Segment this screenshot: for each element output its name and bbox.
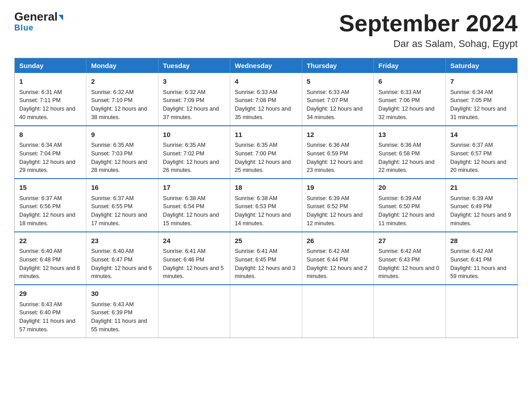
day-number: 17 [163, 183, 225, 193]
col-header-tuesday: Tuesday [158, 58, 230, 73]
day-number: 20 [378, 183, 441, 193]
day-number: 29 [19, 289, 82, 299]
day-number: 8 [19, 130, 82, 140]
day-number: 10 [163, 130, 225, 140]
calendar-cell: 19 Sunrise: 6:39 AMSunset: 6:52 PMDaylig… [302, 179, 373, 232]
day-number: 28 [450, 236, 513, 246]
calendar-cell [230, 285, 302, 338]
calendar-cell: 28 Sunrise: 6:42 AMSunset: 6:41 PMDaylig… [446, 232, 517, 285]
day-info: Sunrise: 6:34 AMSunset: 7:04 PMDaylight:… [19, 142, 75, 173]
calendar-cell: 16 Sunrise: 6:37 AMSunset: 6:55 PMDaylig… [86, 179, 158, 232]
calendar-cell: 21 Sunrise: 6:39 AMSunset: 6:49 PMDaylig… [446, 179, 517, 232]
calendar-cell: 23 Sunrise: 6:40 AMSunset: 6:47 PMDaylig… [86, 232, 158, 285]
logo-brand: General [14, 11, 63, 22]
calendar-week-row: 22 Sunrise: 6:40 AMSunset: 6:48 PMDaylig… [15, 232, 518, 285]
col-header-friday: Friday [374, 58, 446, 73]
day-info: Sunrise: 6:37 AMSunset: 6:57 PMDaylight:… [450, 142, 506, 173]
calendar-cell: 4 Sunrise: 6:33 AMSunset: 7:08 PMDayligh… [230, 73, 302, 126]
calendar-cell [374, 285, 446, 338]
day-info: Sunrise: 6:32 AMSunset: 7:09 PMDaylight:… [163, 89, 219, 120]
day-info: Sunrise: 6:38 AMSunset: 6:53 PMDaylight:… [235, 195, 291, 227]
calendar-cell: 2 Sunrise: 6:32 AMSunset: 7:10 PMDayligh… [86, 73, 158, 126]
day-info: Sunrise: 6:35 AMSunset: 7:00 PMDaylight:… [235, 142, 291, 173]
calendar-cell: 14 Sunrise: 6:37 AMSunset: 6:57 PMDaylig… [446, 126, 517, 179]
day-number: 5 [307, 77, 369, 87]
calendar-header-row: SundayMondayTuesdayWednesdayThursdayFrid… [15, 58, 518, 73]
logo: General Blue [14, 11, 63, 33]
day-number: 22 [19, 236, 82, 246]
calendar-table: SundayMondayTuesdayWednesdayThursdayFrid… [14, 58, 518, 338]
day-info: Sunrise: 6:41 AMSunset: 6:45 PMDaylight:… [235, 248, 296, 279]
calendar-body: 1 Sunrise: 6:31 AMSunset: 7:11 PMDayligh… [15, 73, 518, 338]
calendar-cell: 5 Sunrise: 6:33 AMSunset: 7:07 PMDayligh… [302, 73, 373, 126]
col-header-wednesday: Wednesday [230, 58, 302, 73]
calendar-title: September 2024 [339, 11, 518, 36]
calendar-week-row: 29 Sunrise: 6:43 AMSunset: 6:40 PMDaylig… [15, 285, 518, 338]
calendar-cell: 6 Sunrise: 6:33 AMSunset: 7:06 PMDayligh… [374, 73, 446, 126]
calendar-cell: 24 Sunrise: 6:41 AMSunset: 6:46 PMDaylig… [158, 232, 230, 285]
calendar-cell: 15 Sunrise: 6:37 AMSunset: 6:56 PMDaylig… [15, 179, 86, 232]
day-number: 12 [307, 130, 369, 140]
day-info: Sunrise: 6:38 AMSunset: 6:54 PMDaylight:… [163, 195, 219, 227]
calendar-cell: 9 Sunrise: 6:35 AMSunset: 7:03 PMDayligh… [86, 126, 158, 179]
col-header-sunday: Sunday [15, 58, 86, 73]
day-number: 15 [19, 183, 82, 193]
day-info: Sunrise: 6:42 AMSunset: 6:41 PMDaylight:… [450, 248, 506, 279]
calendar-cell: 7 Sunrise: 6:34 AMSunset: 7:05 PMDayligh… [446, 73, 517, 126]
day-info: Sunrise: 6:39 AMSunset: 6:50 PMDaylight:… [378, 195, 434, 227]
day-info: Sunrise: 6:43 AMSunset: 6:40 PMDaylight:… [19, 301, 75, 333]
calendar-cell: 26 Sunrise: 6:42 AMSunset: 6:44 PMDaylig… [302, 232, 373, 285]
day-number: 3 [163, 77, 225, 87]
calendar-cell [446, 285, 517, 338]
day-number: 25 [235, 236, 297, 246]
day-info: Sunrise: 6:37 AMSunset: 6:55 PMDaylight:… [91, 195, 147, 227]
day-info: Sunrise: 6:42 AMSunset: 6:43 PMDaylight:… [378, 248, 439, 279]
day-number: 9 [91, 130, 153, 140]
day-number: 27 [378, 236, 441, 246]
calendar-week-row: 8 Sunrise: 6:34 AMSunset: 7:04 PMDayligh… [15, 126, 518, 179]
day-number: 7 [450, 77, 513, 87]
day-info: Sunrise: 6:37 AMSunset: 6:56 PMDaylight:… [19, 195, 75, 227]
day-info: Sunrise: 6:40 AMSunset: 6:48 PMDaylight:… [19, 248, 80, 279]
col-header-monday: Monday [86, 58, 158, 73]
calendar-cell: 29 Sunrise: 6:43 AMSunset: 6:40 PMDaylig… [15, 285, 86, 338]
day-number: 14 [450, 130, 513, 140]
calendar-cell: 8 Sunrise: 6:34 AMSunset: 7:04 PMDayligh… [15, 126, 86, 179]
day-info: Sunrise: 6:33 AMSunset: 7:08 PMDaylight:… [235, 89, 291, 120]
title-area: September 2024 Dar as Salam, Sohag, Egyp… [339, 11, 518, 50]
col-header-saturday: Saturday [446, 58, 517, 73]
day-number: 11 [235, 130, 297, 140]
day-info: Sunrise: 6:40 AMSunset: 6:47 PMDaylight:… [91, 248, 152, 279]
day-info: Sunrise: 6:39 AMSunset: 6:52 PMDaylight:… [307, 195, 363, 227]
logo-brand2: Blue [14, 23, 34, 33]
day-number: 13 [378, 130, 441, 140]
day-info: Sunrise: 6:36 AMSunset: 6:58 PMDaylight:… [378, 142, 434, 173]
day-number: 2 [91, 77, 153, 87]
day-info: Sunrise: 6:33 AMSunset: 7:07 PMDaylight:… [307, 89, 363, 120]
calendar-cell [302, 285, 373, 338]
calendar-cell: 30 Sunrise: 6:43 AMSunset: 6:39 PMDaylig… [86, 285, 158, 338]
calendar-cell: 17 Sunrise: 6:38 AMSunset: 6:54 PMDaylig… [158, 179, 230, 232]
day-info: Sunrise: 6:43 AMSunset: 6:39 PMDaylight:… [91, 301, 147, 333]
day-number: 19 [307, 183, 369, 193]
day-number: 26 [307, 236, 369, 246]
day-number: 6 [378, 77, 441, 87]
day-info: Sunrise: 6:33 AMSunset: 7:06 PMDaylight:… [378, 89, 434, 120]
day-info: Sunrise: 6:31 AMSunset: 7:11 PMDaylight:… [19, 89, 75, 120]
day-info: Sunrise: 6:39 AMSunset: 6:49 PMDaylight:… [450, 195, 511, 227]
day-number: 24 [163, 236, 225, 246]
calendar-cell [158, 285, 230, 338]
day-number: 23 [91, 236, 153, 246]
day-info: Sunrise: 6:41 AMSunset: 6:46 PMDaylight:… [163, 248, 224, 279]
day-info: Sunrise: 6:42 AMSunset: 6:44 PMDaylight:… [307, 248, 368, 279]
page-header: General Blue September 2024 Dar as Salam… [14, 11, 518, 50]
day-info: Sunrise: 6:36 AMSunset: 6:59 PMDaylight:… [307, 142, 363, 173]
calendar-week-row: 1 Sunrise: 6:31 AMSunset: 7:11 PMDayligh… [15, 73, 518, 126]
day-info: Sunrise: 6:35 AMSunset: 7:03 PMDaylight:… [91, 142, 147, 173]
day-info: Sunrise: 6:34 AMSunset: 7:05 PMDaylight:… [450, 89, 506, 120]
calendar-cell: 13 Sunrise: 6:36 AMSunset: 6:58 PMDaylig… [374, 126, 446, 179]
day-number: 30 [91, 289, 153, 299]
calendar-cell: 12 Sunrise: 6:36 AMSunset: 6:59 PMDaylig… [302, 126, 373, 179]
calendar-cell: 11 Sunrise: 6:35 AMSunset: 7:00 PMDaylig… [230, 126, 302, 179]
calendar-cell: 20 Sunrise: 6:39 AMSunset: 6:50 PMDaylig… [374, 179, 446, 232]
